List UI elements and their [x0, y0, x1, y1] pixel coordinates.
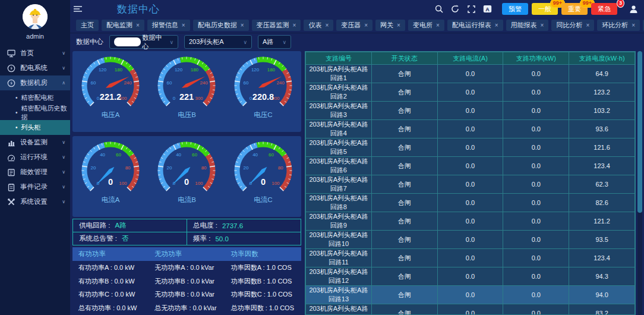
datacenter-select[interactable]: 数据中心∨	[109, 35, 178, 49]
table-row[interactable]: 203机房A列头柜A路回路14合闸0.00.083.2	[306, 304, 635, 315]
refresh-icon[interactable]	[450, 4, 460, 14]
branch-table-header: 支路编号开关状态支路电流(A)支路功率(kW)支路电度(kW·h)	[306, 52, 635, 65]
tab-变压器[interactable]: 变压器×	[336, 20, 372, 31]
tab-用能报表[interactable]: 用能报表×	[506, 20, 549, 31]
sidebar-item-首页[interactable]: 首页∨	[0, 46, 70, 61]
sidebar-item-系统设置[interactable]: 系统设置∨	[0, 194, 70, 209]
redacted-text	[114, 37, 141, 46]
tab-配电历史数据[interactable]: 配电历史数据×	[193, 20, 249, 31]
tab-网关[interactable]: 网关×	[375, 20, 405, 31]
gauge-电流A: 0204060801000电流A	[72, 140, 149, 217]
svg-text:80: 80	[201, 165, 207, 171]
table-row[interactable]: 203机房A列头柜A路回路1合闸0.00.064.9	[306, 65, 635, 83]
close-icon[interactable]: ×	[541, 22, 544, 29]
sidebar-subitem-精密配电柜[interactable]: •精密配电柜	[0, 90, 70, 105]
sidebar-item-配电系统[interactable]: 配电系统∨	[0, 61, 70, 75]
svg-text:60: 60	[167, 80, 172, 86]
scrollbar-thumb[interactable]	[637, 51, 642, 213]
branch-cell: 203机房A列头柜A路回路9	[306, 212, 372, 231]
branch-table-wrap: 支路编号开关状态支路电流(A)支路功率(kW)支路电度(kW·h) 203机房A…	[305, 51, 636, 315]
svg-text:60: 60	[192, 152, 197, 158]
branch-cell: 0.0	[503, 157, 569, 175]
branch-cell: 0.0	[503, 304, 569, 315]
sidebar-subitem-精密配电历史数据[interactable]: •精密配电历史数据	[0, 105, 70, 120]
close-icon[interactable]: ×	[293, 22, 296, 29]
select-value: 203列头柜A	[189, 37, 238, 46]
tab-label: 变电所	[413, 21, 433, 30]
table-row[interactable]: 203机房A列头柜A路回路3合闸0.00.0103.2	[306, 102, 635, 120]
table-row[interactable]: 203机房A列头柜A路回路4合闸0.00.093.6	[306, 120, 635, 138]
close-icon[interactable]: ×	[182, 22, 185, 29]
fullscreen-icon[interactable]	[466, 4, 476, 14]
table-row[interactable]: 203机房A列头柜A路回路8合闸0.00.082.6	[306, 194, 635, 212]
sidebar-item-能效管理[interactable]: 能效管理∨	[0, 165, 70, 179]
branch-cell: 0.0	[437, 249, 503, 267]
power-row: 总有功功率 : 0.0 kW总无功功率 : 0.0 kVar总功率因数 : 1.…	[72, 301, 301, 315]
sidebar-subitem-列头柜[interactable]: •列头柜	[0, 120, 70, 135]
language-icon[interactable]: A	[482, 4, 492, 14]
table-row[interactable]: 203机房A列头柜A路回路2合闸0.00.0123.2	[306, 83, 635, 102]
branch-header-cell: 支路功率(kW)	[503, 52, 569, 65]
table-row[interactable]: 203机房A列头柜A路回路6合闸0.00.0123.4	[306, 157, 635, 175]
close-icon[interactable]: ×	[586, 22, 589, 29]
branch-cell: 123.2	[569, 83, 635, 102]
chevron-down-icon: ∨	[62, 199, 65, 204]
left-column: 060120180240300221.2电压A06012018024030022…	[72, 51, 301, 315]
tab-label: 配电运行报表	[452, 21, 491, 30]
close-icon[interactable]: ×	[397, 22, 400, 29]
tab-label: 变压器	[341, 21, 361, 30]
table-row[interactable]: 203机房A列头柜A路回路13合闸0.00.094.0	[306, 286, 635, 304]
table-row[interactable]: 203机房A列头柜A路回路9合闸0.00.0121.2	[306, 212, 635, 231]
sidebar-item-数据机房[interactable]: 数据机房∧	[0, 75, 70, 90]
tab-主页[interactable]: 主页	[76, 20, 99, 31]
summary-value: 50.0	[215, 235, 228, 242]
table-row[interactable]: 203机房A列头柜A路回路10合闸0.00.093.5	[306, 231, 635, 249]
hamburger-menu-icon[interactable]	[74, 4, 84, 14]
branch-header-cell: 支路电流(A)	[437, 52, 503, 65]
tab-label: 用能报表	[511, 21, 537, 30]
gauge-caption: 电流C	[254, 196, 272, 204]
close-icon[interactable]: ×	[325, 22, 329, 29]
branch-table: 支路编号开关状态支路电流(A)支路功率(kW)支路电度(kW·h) 203机房A…	[305, 52, 635, 315]
table-row[interactable]: 203机房A列头柜A路回路5合闸0.00.0121.6	[306, 138, 635, 157]
branch-cell: 0.0	[503, 175, 569, 194]
tab-报警信息[interactable]: 报警信息×	[147, 20, 190, 31]
tab-变电所[interactable]: 变电所×	[408, 20, 444, 31]
branch-cell: 0.0	[503, 286, 569, 304]
sidebar-item-运行环境[interactable]: 运行环境∨	[0, 150, 70, 165]
branch-cell: 94.3	[569, 267, 635, 286]
tab-变压器监测[interactable]: 变压器监测×	[252, 20, 301, 31]
tab-环比分析[interactable]: 环比分析×	[597, 20, 640, 31]
branch-cell: 93.6	[569, 120, 635, 138]
sidebar: admin 首页∨配电系统∨数据机房∧•精密配电柜•精密配电历史数据•列头柜设备…	[0, 0, 70, 315]
close-icon[interactable]: ×	[436, 22, 440, 29]
table-row[interactable]: 203机房A列头柜A路回路12合闸0.00.094.3	[306, 267, 635, 286]
close-icon[interactable]: ×	[495, 22, 498, 29]
sidebar-item-事件记录[interactable]: 事件记录∨	[0, 179, 70, 194]
chevron-down-icon: ∨	[62, 65, 65, 71]
branch-cell: 203机房A列头柜A路回路6	[306, 157, 372, 175]
scrollbar-track[interactable]	[637, 51, 642, 315]
close-icon[interactable]: ×	[136, 22, 140, 29]
close-icon[interactable]: ×	[632, 22, 635, 29]
circuit-select[interactable]: A路∨	[258, 35, 291, 49]
chevron-down-icon: ∨	[62, 169, 65, 175]
close-icon[interactable]: ×	[241, 22, 244, 29]
branch-cell: 合闸	[371, 175, 437, 194]
tab-配电监测[interactable]: 配电监测×	[102, 20, 144, 31]
tab-同比分析[interactable]: 同比分析×	[551, 20, 594, 31]
user-icon[interactable]	[629, 4, 638, 14]
svg-text:180: 180	[191, 67, 199, 73]
alert-button-预警[interactable]: 预警	[502, 3, 528, 15]
sidebar-item-设备监测[interactable]: 设备监测∨	[0, 135, 70, 150]
cabinet-select[interactable]: 203列头柜A∨	[184, 35, 252, 49]
tab-仪表[interactable]: 仪表×	[304, 20, 333, 31]
tab-配电运行报表[interactable]: 配电运行报表×	[447, 20, 503, 31]
alert-button-紧急[interactable]: 紧急	[591, 3, 617, 15]
table-row[interactable]: 203机房A列头柜A路回路7合闸0.00.062.3	[306, 175, 635, 194]
search-icon[interactable]	[434, 4, 444, 14]
user-avatar[interactable]	[23, 4, 48, 29]
close-icon[interactable]: ×	[364, 22, 368, 29]
table-row[interactable]: 203机房A列头柜A路回路11合闸0.00.0123.4	[306, 249, 635, 267]
select-value: 数据中心	[114, 33, 165, 51]
